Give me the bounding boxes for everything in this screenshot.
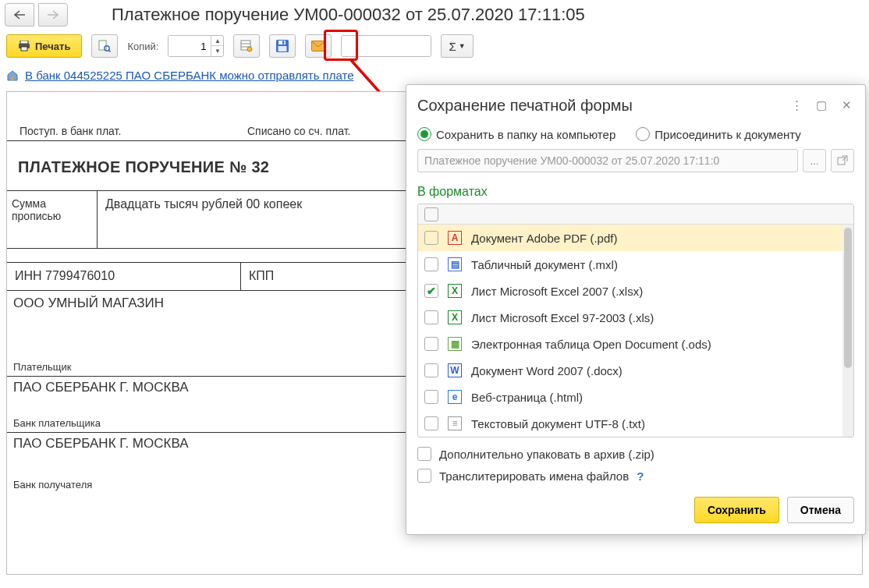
format-label: Текстовый документ UTF-8 (.txt) [471, 417, 645, 430]
format-checkbox[interactable] [424, 390, 438, 404]
format-file-icon: ▤ [448, 257, 462, 271]
radio-attach-label: Присоединить к документу [654, 128, 801, 141]
format-row[interactable]: ▤Табличный документ (.mxl) [418, 251, 842, 278]
format-checkbox[interactable] [424, 363, 438, 377]
bank-icon [6, 69, 19, 82]
kebab-icon[interactable]: ⋮ [787, 96, 806, 115]
zip-checkbox[interactable] [417, 447, 431, 461]
svg-rect-11 [278, 41, 286, 44]
window-icon[interactable]: ▢ [812, 96, 831, 115]
nav-back-button[interactable] [5, 3, 34, 27]
svg-rect-14 [312, 41, 325, 51]
format-file-icon: X [448, 310, 462, 324]
copies-label: Копий: [127, 41, 158, 52]
format-label: Документ Word 2007 (.docx) [471, 364, 622, 377]
save-dialog: Сохранение печатной формы ⋮ ▢ ✕ Сохранит… [406, 84, 866, 535]
payer-bank-name: ПАО СБЕРБАНК Г. МОСКВА [13, 380, 189, 395]
copies-down[interactable]: ▼ [211, 46, 223, 56]
help-icon[interactable]: ? [637, 469, 644, 483]
radio-dot [636, 127, 650, 141]
svg-rect-17 [838, 158, 845, 165]
inn-value: ИНН 7799476010 [7, 263, 241, 290]
format-check-all[interactable] [424, 207, 438, 221]
format-checkbox[interactable] [424, 231, 438, 245]
table-gear-icon [240, 40, 253, 52]
browse-button[interactable]: ... [803, 149, 826, 172]
format-file-icon: e [448, 390, 462, 404]
filename-input[interactable]: Платежное поручение УМ00-000032 от 25.07… [417, 149, 798, 172]
copies-stepper[interactable]: ▲▼ [168, 35, 224, 57]
format-label: Электронная таблица Open Document (.ods) [471, 338, 711, 351]
preview-button[interactable] [91, 34, 118, 58]
format-label: Лист Microsoft Excel 97-2003 (.xls) [471, 311, 654, 324]
sigma-button[interactable]: Σ ▼ [441, 34, 473, 58]
formats-list: AДокумент Adobe PDF (.pdf)▤Табличный док… [417, 204, 854, 437]
dialog-cancel-button[interactable]: Отмена [787, 497, 854, 523]
svg-rect-3 [99, 41, 106, 50]
org-name: ООО УМНЫЙ МАГАЗИН [13, 296, 164, 310]
print-label: Печать [35, 41, 70, 52]
format-row[interactable]: XЛист Microsoft Excel 2007 (.xlsx) [418, 278, 842, 304]
chevron-down-icon: ▼ [459, 42, 466, 50]
envelope-icon [311, 41, 325, 51]
payer-bank-label: Банк плательщика [13, 417, 101, 429]
close-icon[interactable]: ✕ [837, 96, 856, 115]
formats-scrollbar[interactable] [842, 225, 853, 437]
floppy-disk-icon [275, 39, 289, 53]
translit-checkbox[interactable] [417, 469, 431, 483]
svg-rect-12 [282, 41, 285, 44]
svg-rect-0 [20, 41, 28, 44]
radio-attach-doc[interactable]: Присоединить к документу [636, 127, 801, 141]
bank-link[interactable]: В банк 044525225 ПАО СБЕРБАНК можно отпр… [25, 69, 354, 82]
format-row[interactable]: ≡Текстовый документ UTF-8 (.txt) [418, 410, 842, 437]
svg-rect-16 [11, 76, 14, 80]
open-external-icon [837, 155, 848, 166]
format-file-icon: ▦ [448, 337, 462, 351]
svg-line-5 [109, 50, 111, 51]
format-row[interactable]: WДокумент Word 2007 (.docx) [418, 357, 842, 384]
format-label: Веб-страница (.html) [471, 391, 583, 404]
open-folder-button[interactable] [831, 149, 854, 172]
numeric-stepper[interactable]: ▲▼ [341, 35, 431, 57]
radio-dot-selected [417, 127, 431, 141]
format-file-icon: ≡ [448, 416, 462, 430]
translit-label: Транслитерировать имена файлов [439, 469, 629, 483]
format-label: Документ Adobe PDF (.pdf) [471, 232, 617, 245]
svg-rect-13 [278, 46, 287, 51]
nav-forward-button[interactable] [38, 3, 68, 27]
printer-icon [18, 41, 30, 51]
sigma-icon: Σ [449, 40, 456, 53]
scroll-thumb[interactable] [844, 228, 852, 368]
settings-button[interactable] [233, 34, 260, 58]
format-row[interactable]: eВеб-страница (.html) [418, 384, 842, 410]
recv-bank-name: ПАО СБЕРБАНК Г. МОСКВА [13, 436, 189, 451]
numeric-input[interactable] [342, 36, 431, 56]
payer-label: Плательщик [13, 361, 71, 373]
recv-bank-label: Банк получателя [13, 479, 92, 491]
copies-up[interactable]: ▲ [211, 36, 223, 46]
format-checkbox[interactable] [424, 310, 438, 324]
dialog-title: Сохранение печатной формы [417, 97, 781, 115]
radio-save-label: Сохранить в папку на компьютер [436, 128, 615, 141]
doc-col1-header: Поступ. в банк плат. [7, 120, 241, 140]
format-file-icon: X [448, 284, 462, 298]
dialog-save-button[interactable]: Сохранить [694, 497, 779, 523]
format-row[interactable]: AДокумент Adobe PDF (.pdf) [418, 225, 842, 251]
format-checkbox[interactable] [424, 284, 438, 298]
format-row[interactable]: XЛист Microsoft Excel 97-2003 (.xls) [418, 304, 842, 331]
format-checkbox[interactable] [424, 337, 438, 351]
copies-input[interactable] [168, 36, 211, 56]
print-button[interactable]: Печать [6, 34, 82, 58]
amount-label: Сумма прописью [7, 191, 98, 248]
format-checkbox[interactable] [424, 416, 438, 430]
format-label: Лист Microsoft Excel 2007 (.xlsx) [471, 285, 643, 298]
radio-save-folder[interactable]: Сохранить в папку на компьютер [417, 127, 615, 141]
zip-label: Дополнительно упаковать в архив (.zip) [439, 448, 654, 461]
format-label: Табличный документ (.mxl) [471, 258, 618, 271]
mail-button[interactable] [305, 34, 332, 58]
format-row[interactable]: ▦Электронная таблица Open Document (.ods… [418, 331, 842, 357]
save-button[interactable] [269, 34, 296, 58]
svg-point-9 [247, 47, 252, 51]
format-checkbox[interactable] [424, 257, 438, 271]
format-file-icon: W [448, 363, 462, 377]
